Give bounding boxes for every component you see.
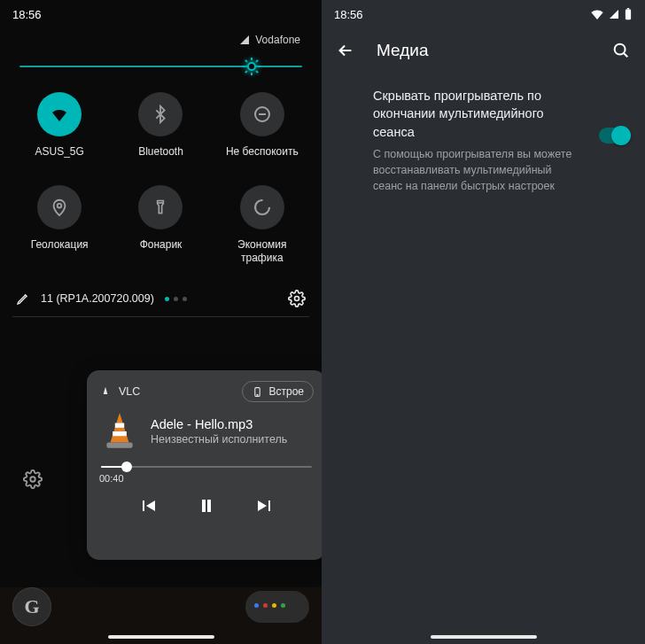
settings-screen: 18:56 Медиа Скрывать проигрыватель по ок…	[322, 0, 645, 644]
svg-rect-10	[106, 443, 132, 448]
media-settings-icon[interactable]	[23, 469, 43, 489]
qs-tile-location[interactable]: Геолокация	[9, 178, 110, 281]
phone-icon	[252, 386, 263, 398]
media-prev-button[interactable]	[135, 493, 161, 519]
svg-rect-13	[626, 10, 631, 20]
settings-icon[interactable]	[288, 290, 306, 307]
bluetooth-icon	[138, 92, 183, 136]
battery-icon	[624, 8, 633, 20]
svg-rect-14	[627, 8, 629, 10]
qs-tile-bluetooth[interactable]: Bluetooth	[110, 85, 211, 175]
album-art-icon	[99, 411, 140, 452]
status-time: 18:56	[334, 8, 363, 21]
svg-rect-12	[207, 500, 211, 512]
settings-header: Медиа	[322, 28, 645, 76]
signal-icon	[608, 9, 620, 19]
flashlight-icon	[138, 185, 183, 229]
google-app-icon[interactable]: G	[12, 587, 51, 626]
signal-icon	[239, 35, 250, 45]
media-app-name: VLC	[119, 385, 140, 398]
location-icon	[37, 185, 82, 229]
quick-settings-panel: 18:56 Vodafone ASUS_5G Bluetooth	[0, 0, 322, 644]
carrier-label: Vodafone	[255, 34, 300, 46]
svg-point-15	[615, 44, 626, 55]
edit-icon[interactable]	[16, 291, 30, 306]
vlc-app-icon	[99, 385, 112, 398]
page-title: Медиа	[377, 41, 428, 60]
divider	[12, 316, 309, 317]
qs-tile-flashlight[interactable]: Фонарик	[110, 178, 211, 281]
svg-rect-9	[113, 431, 127, 436]
brightness-thumb[interactable]	[240, 55, 263, 78]
brightness-icon	[241, 56, 262, 77]
qs-tile-wifi[interactable]: ASUS_5G	[9, 85, 110, 175]
svg-point-5	[30, 477, 35, 482]
qs-label: Экономия трафика	[218, 238, 307, 265]
status-bar: 18:56	[322, 0, 645, 28]
media-elapsed: 00:40	[99, 473, 314, 484]
carrier-row: Vodafone	[0, 28, 322, 50]
search-button[interactable]	[611, 41, 631, 60]
quick-settings-grid: ASUS_5G Bluetooth Не беспокоить Геолокац…	[0, 76, 322, 281]
gesture-handle[interactable]	[431, 635, 537, 639]
svg-point-3	[255, 200, 269, 214]
media-output-label: Встрое	[268, 385, 304, 398]
status-bar: 18:56	[0, 0, 322, 28]
svg-rect-11	[202, 500, 206, 512]
qs-label: Геолокация	[31, 238, 89, 252]
wifi-icon	[590, 9, 604, 19]
toggle-knob	[611, 126, 631, 145]
media-app-row: VLC	[99, 385, 140, 398]
track-artist: Неизвестный исполнитель	[151, 433, 287, 446]
track-title: Adele - Hello.mp3	[151, 417, 287, 431]
brightness-slider[interactable]	[19, 66, 302, 67]
qs-tile-dnd[interactable]: Не беспокоить	[212, 85, 313, 175]
status-time: 18:56	[12, 8, 42, 21]
build-row: 11 (RP1A.200720.009)	[0, 281, 322, 316]
qs-label: Bluetooth	[138, 145, 183, 159]
svg-point-7	[257, 394, 258, 395]
wifi-icon	[37, 92, 82, 136]
back-icon[interactable]	[336, 41, 355, 60]
build-label: 11 (RP1A.200720.009)	[41, 292, 154, 305]
setting-title: Скрывать проигрыватель по окончании муль…	[373, 87, 587, 141]
search-icon	[611, 41, 631, 60]
qs-label: ASUS_5G	[35, 145, 83, 159]
setting-toggle[interactable]	[599, 128, 629, 144]
assistant-button[interactable]	[245, 591, 309, 623]
svg-point-4	[295, 297, 299, 301]
dnd-icon	[240, 92, 284, 136]
qs-label: Фонарик	[140, 238, 183, 252]
setting-row-hide-player[interactable]: Скрывать проигрыватель по окончании муль…	[322, 76, 645, 194]
media-next-button[interactable]	[252, 493, 278, 519]
media-pause-button[interactable]	[193, 493, 220, 519]
datasaver-icon	[240, 185, 284, 229]
gesture-handle[interactable]	[108, 635, 214, 639]
media-output-chip[interactable]: Встрое	[242, 381, 314, 402]
media-player-card[interactable]: VLC Встрое Adele - Hello.mp3 Неизвестный…	[87, 370, 322, 560]
qs-label: Не беспокоить	[226, 145, 299, 159]
media-progress[interactable]	[101, 466, 312, 468]
svg-point-0	[248, 63, 255, 70]
svg-point-2	[58, 204, 62, 208]
qs-tile-datasaver[interactable]: Экономия трафика	[212, 178, 313, 281]
svg-rect-8	[115, 423, 124, 428]
setting-description: С помощью проигрывателя вы можете восста…	[373, 146, 577, 194]
page-indicator	[165, 297, 187, 301]
